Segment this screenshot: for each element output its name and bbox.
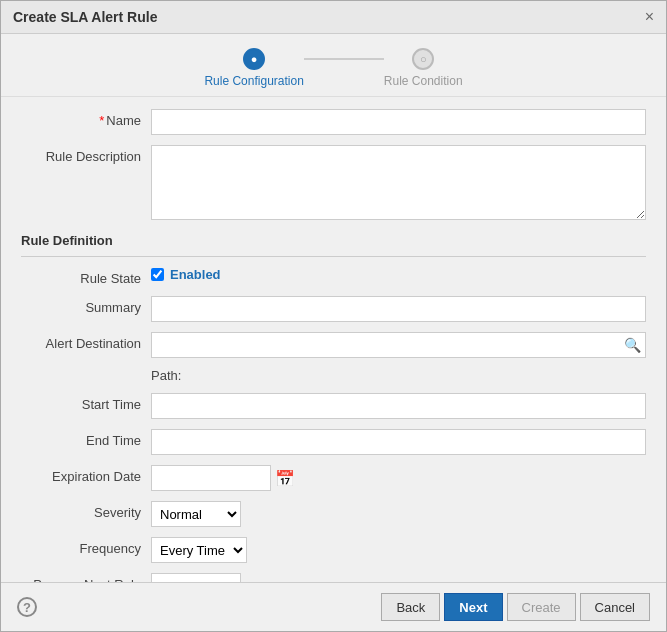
rule-state-text: Enabled <box>170 267 221 282</box>
start-time-label: Start Time <box>21 393 151 412</box>
name-control <box>151 109 646 135</box>
step-1: ● Rule Configuration <box>204 48 303 88</box>
step-1-circle: ● <box>243 48 265 70</box>
rule-description-label: Rule Description <box>21 145 151 164</box>
severity-row: Severity Normal Low Medium High Critical <box>21 501 646 527</box>
close-button[interactable]: × <box>645 9 654 25</box>
severity-label: Severity <box>21 501 151 520</box>
rule-state-checkbox[interactable] <box>151 268 164 281</box>
expiration-date-control: 📅 <box>151 465 646 491</box>
start-time-input[interactable] <box>151 393 646 419</box>
summary-input[interactable] <box>151 296 646 322</box>
rule-description-control <box>151 145 646 223</box>
step-connector <box>304 58 384 60</box>
stepper: ● Rule Configuration ○ Rule Condition <box>1 34 666 97</box>
name-input[interactable] <box>151 109 646 135</box>
calendar-icon[interactable]: 📅 <box>275 469 295 488</box>
frequency-row: Frequency Every Time Once Daily Weekly <box>21 537 646 563</box>
cancel-button[interactable]: Cancel <box>580 593 650 621</box>
alert-destination-search-field: 🔍 <box>151 332 646 358</box>
dialog-body: *Name Rule Description Rule Definition R… <box>1 97 666 582</box>
end-time-label: End Time <box>21 429 151 448</box>
section-divider <box>21 256 646 257</box>
alert-destination-row: Alert Destination 🔍 <box>21 332 646 358</box>
dialog-header: Create SLA Alert Rule × <box>1 1 666 34</box>
summary-row: Summary <box>21 296 646 322</box>
start-time-control <box>151 393 646 419</box>
name-row: *Name <box>21 109 646 135</box>
alert-destination-input[interactable] <box>156 332 624 358</box>
rule-state-label: Rule State <box>21 267 151 286</box>
summary-label: Summary <box>21 296 151 315</box>
rule-description-row: Rule Description <box>21 145 646 223</box>
dialog-footer: ? Back Next Create Cancel <box>1 582 666 631</box>
rule-state-row: Rule State Enabled <box>21 267 646 286</box>
alert-destination-label: Alert Destination <box>21 332 151 351</box>
search-icon[interactable]: 🔍 <box>624 337 641 353</box>
next-button[interactable]: Next <box>444 593 502 621</box>
summary-control <box>151 296 646 322</box>
severity-control: Normal Low Medium High Critical <box>151 501 646 527</box>
expiration-date-label: Expiration Date <box>21 465 151 484</box>
path-row: Path: <box>151 368 646 383</box>
end-time-control <box>151 429 646 455</box>
process-next-rule-select[interactable]: Continue Stop <box>151 573 241 582</box>
frequency-select[interactable]: Every Time Once Daily Weekly <box>151 537 247 563</box>
create-button[interactable]: Create <box>507 593 576 621</box>
end-time-input[interactable] <box>151 429 646 455</box>
name-required: * <box>99 113 104 128</box>
frequency-control: Every Time Once Daily Weekly <box>151 537 646 563</box>
process-next-rule-row: Process Next Rule Continue Stop <box>21 573 646 582</box>
alert-destination-control: 🔍 <box>151 332 646 358</box>
name-label: *Name <box>21 109 151 128</box>
dialog-title: Create SLA Alert Rule <box>13 9 157 25</box>
help-icon[interactable]: ? <box>17 597 37 617</box>
end-time-row: End Time <box>21 429 646 455</box>
severity-select[interactable]: Normal Low Medium High Critical <box>151 501 241 527</box>
back-button[interactable]: Back <box>381 593 440 621</box>
expiration-date-row: Expiration Date 📅 <box>21 465 646 491</box>
start-time-row: Start Time <box>21 393 646 419</box>
rule-description-textarea[interactable] <box>151 145 646 220</box>
rule-definition-section: Rule Definition <box>21 233 646 248</box>
step-2-circle: ○ <box>412 48 434 70</box>
process-next-rule-label: Process Next Rule <box>21 573 151 582</box>
rule-state-control: Enabled <box>151 267 646 282</box>
process-next-rule-control: Continue Stop <box>151 573 646 582</box>
expiration-date-input[interactable] <box>151 465 271 491</box>
path-label: Path: <box>151 368 181 383</box>
step-2-label: Rule Condition <box>384 74 463 88</box>
step-2: ○ Rule Condition <box>384 48 463 88</box>
step-1-label: Rule Configuration <box>204 74 303 88</box>
create-sla-alert-rule-dialog: Create SLA Alert Rule × ● Rule Configura… <box>0 0 667 632</box>
frequency-label: Frequency <box>21 537 151 556</box>
